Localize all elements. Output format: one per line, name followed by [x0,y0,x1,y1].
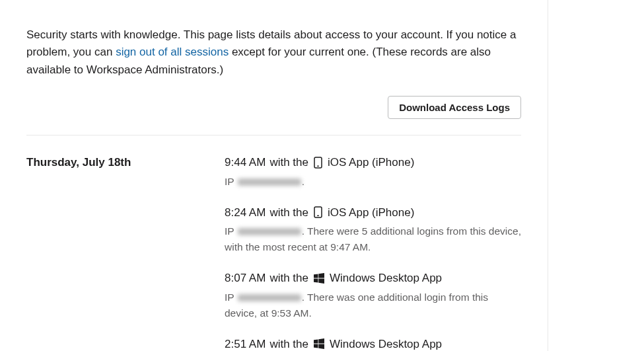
entry-extra: . [302,176,304,187]
ip-redacted [238,228,301,235]
ip-label: IP [225,176,234,187]
access-log-entry: 8:07 AM with the Windows Desktop App IP … [225,270,521,321]
svg-rect-1 [317,165,319,167]
entry-with-the: with the [269,336,308,351]
entry-time: 2:51 AM [225,336,266,351]
sign-out-all-sessions-link[interactable]: sign out of all sessions [116,46,229,58]
access-log-entry: 2:51 AM with the Windows Desktop App IP … [225,336,521,351]
security-intro-text: Security starts with knowledge. This pag… [26,26,521,79]
divider [26,135,521,136]
entry-time: 9:44 AM [225,154,266,171]
download-access-logs-button[interactable]: Download Access Logs [388,96,521,119]
entry-with-the: with the [269,270,308,287]
access-log-entry: 9:44 AM with the iOS App (iPhone) IP . [225,154,521,190]
ip-redacted [238,178,301,186]
day-group: Thursday, July 18th 9:44 AM with the iOS… [26,154,521,351]
ip-redacted [238,294,301,301]
windows-icon [314,338,324,349]
entries-list: 9:44 AM with the iOS App (iPhone) IP . [225,154,521,351]
ip-label: IP [225,225,234,237]
mobile-icon [314,157,322,169]
svg-rect-3 [317,215,319,217]
entry-with-the: with the [269,154,308,171]
entry-time: 8:24 AM [225,204,266,221]
entry-platform: iOS App (iPhone) [328,204,414,221]
ip-label: IP [225,292,234,303]
entry-platform: Windows Desktop App [330,270,442,287]
entry-with-the: with the [269,204,308,221]
entry-platform: iOS App (iPhone) [328,154,414,171]
mobile-icon [314,206,322,218]
access-log-entry: 8:24 AM with the iOS App (iPhone) IP . T… [225,204,521,256]
entry-time: 8:07 AM [225,270,266,287]
day-label: Thursday, July 18th [26,154,198,351]
entry-platform: Windows Desktop App [330,336,442,351]
windows-icon [314,273,324,284]
